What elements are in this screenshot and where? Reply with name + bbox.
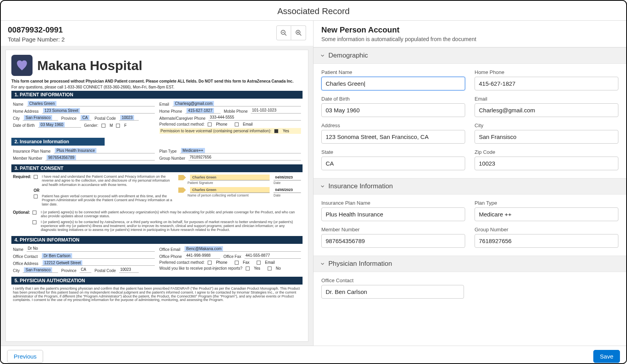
form-pane: New Person Account Some information is a…	[314, 21, 626, 346]
doc-pref-phone: Phone	[216, 122, 227, 126]
doc-city-label: City	[13, 116, 20, 121]
checkbox-icon	[246, 267, 250, 270]
member-field[interactable]	[321, 234, 465, 248]
doc-altphone-value: 333-444-5555	[210, 115, 234, 119]
doc-mobile-label: Mobile Phone	[224, 109, 248, 114]
section-header-insurance[interactable]: Insurance Information	[314, 178, 626, 195]
email-field[interactable]	[475, 103, 618, 117]
doc-ins-plan-label: Insurance Plan Name	[13, 149, 51, 153]
document-page: Makana Hospital This form cannot be proc…	[5, 50, 308, 342]
checkbox-icon	[235, 123, 239, 126]
phys-email-value: Benc@Makana.com	[185, 246, 223, 251]
checkbox-icon	[208, 123, 212, 126]
doc-postal-label: Postal Code	[94, 116, 116, 121]
doc-voicemail-label: Permission to leave voicemail (containin…	[161, 129, 272, 133]
footer: Previous Save	[1, 346, 626, 364]
phys-city-value: San Fransisco	[24, 267, 52, 272]
doc-homephone-value: 415-627-1827	[187, 108, 214, 113]
document-viewer[interactable]: Makana Hospital This form cannot be proc…	[1, 46, 313, 346]
zoom-in-icon	[295, 29, 302, 36]
address-field[interactable]	[321, 130, 465, 144]
group-field[interactable]	[475, 234, 618, 248]
doc-name-value: Charles Green	[28, 101, 56, 106]
dob-field[interactable]	[321, 103, 465, 117]
doc-ins-group-value: 7618927656	[190, 155, 212, 159]
ins-plan-field[interactable]	[321, 207, 465, 221]
consent-opt2: I (or patient) agree(s) to be contacted …	[41, 220, 301, 232]
phys-postal-value: 10023	[120, 267, 131, 272]
phys-addr-value: 12212 Getwell Street	[43, 260, 82, 265]
sig-name-1: Charles Green	[190, 175, 270, 180]
doc-homephone-label: Home Phone	[159, 109, 182, 114]
phys-name-label: Name	[13, 247, 24, 252]
phys-prov-label: Province	[61, 268, 76, 273]
chevron-down-icon	[320, 184, 325, 189]
label-member: Member Number	[321, 227, 465, 232]
checkbox-icon	[208, 261, 212, 265]
zoom-out-button[interactable]	[276, 25, 291, 40]
document-pane: 00879932-0991 Total Page Number: 2	[1, 21, 314, 346]
phys-fax-label: Office Fax	[223, 254, 241, 259]
doc-ins-member-value: 987654356789	[47, 155, 76, 160]
hospital-logo-icon	[11, 55, 33, 76]
consent-req1: I have read and understand the Patient C…	[42, 175, 173, 187]
label-ins-plan: Insurance Plan Name	[321, 200, 465, 206]
section-label-demographic: Demographic	[328, 52, 368, 59]
label-patient-name: Patient Name	[321, 69, 465, 75]
phys-reports-yes: Yes	[254, 266, 260, 270]
total-pages-value: 2	[62, 36, 65, 43]
date-label-2: Date	[274, 193, 301, 197]
city-field[interactable]	[475, 130, 618, 144]
section-header-physician[interactable]: Physician Information	[314, 256, 626, 272]
phys-phone-label: Office Phone	[159, 254, 182, 259]
hospital-name: Makana Hospital	[37, 58, 142, 73]
doc-pref-label: Preferred contact method:	[159, 122, 205, 126]
doc-warning: This form cannot be processed without Ph…	[11, 79, 294, 83]
zoom-in-button[interactable]	[291, 25, 306, 40]
phys-contact-label: Office Contact	[13, 254, 38, 259]
phys-city-label: City	[13, 268, 20, 273]
plan-type-field[interactable]	[475, 207, 618, 221]
doc-prov-label: Province	[61, 116, 76, 121]
zoom-out-icon	[280, 29, 287, 36]
zip-field[interactable]	[475, 157, 618, 170]
label-city: City	[475, 123, 618, 128]
auth-text: I certify that I am the patient's prescr…	[13, 287, 301, 303]
doc-pref-email: Email	[243, 122, 253, 126]
checkbox-icon	[101, 124, 105, 128]
phys-contact-value: Dr Ben Carlson	[42, 253, 72, 258]
section-header-demographic[interactable]: Demographic	[314, 47, 626, 64]
doc-gender-f: F	[124, 123, 127, 128]
save-button[interactable]: Save	[593, 350, 620, 363]
section-authorization: 5. PHYSICIAN AUTHORIZATION	[11, 277, 303, 285]
sig-date-2: 04/05/2023	[275, 188, 293, 192]
checkbox-icon	[34, 195, 38, 198]
label-email: Email	[475, 96, 618, 102]
doc-altphone-label: Alternate/Caregiver Phone	[159, 116, 206, 121]
arrow-icon	[178, 187, 186, 193]
office-contact-field[interactable]	[321, 285, 464, 299]
chevron-down-icon	[320, 261, 325, 267]
home-phone-field[interactable]	[475, 77, 618, 90]
doc-dob-value: 03 May 1960	[39, 122, 65, 127]
doc-ins-member-label: Member Number	[13, 156, 42, 160]
checkbox-checked-icon	[274, 129, 278, 133]
checkbox-icon	[257, 261, 261, 265]
section-label-insurance: Insurance Information	[328, 182, 393, 190]
label-office-contact: Office Contact	[321, 278, 464, 283]
phys-pref-phone: Phone	[216, 260, 227, 265]
previous-button[interactable]: Previous	[7, 350, 43, 363]
doc-email-label: Email	[159, 102, 169, 106]
state-field[interactable]	[321, 157, 465, 170]
phys-phone-value: 441-998-9988	[186, 253, 210, 258]
checkbox-icon	[116, 124, 120, 128]
phys-pref-label: Preferred contact method:	[159, 260, 205, 265]
phys-pref-email: Email	[265, 260, 275, 265]
sig-label-2: Name of person collecting verbal consent	[188, 193, 270, 197]
date-label-1: Date	[274, 181, 301, 185]
phys-name-value: Dr No	[28, 246, 38, 250]
patient-name-field[interactable]	[321, 77, 465, 90]
sig-label-1: Patient Signature	[188, 181, 270, 185]
phys-fax-value: 441-555-8877	[246, 253, 270, 258]
label-zip: Zip Code	[475, 149, 618, 155]
